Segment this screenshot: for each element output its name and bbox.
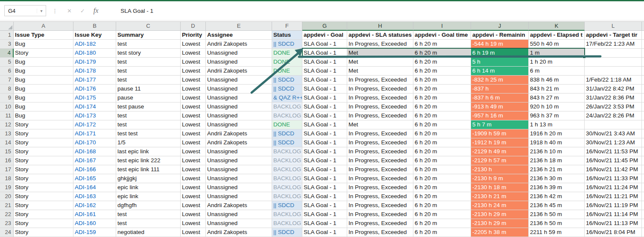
field-header-G[interactable]: appdevi - Goal: [302, 31, 347, 40]
cell-D22[interactable]: Lowest: [181, 210, 206, 219]
chevron-down-icon[interactable]: ▾: [37, 9, 46, 13]
cell-G18[interactable]: SLA Goal - 1: [302, 174, 347, 183]
row-header-23[interactable]: 23: [0, 219, 14, 228]
cell-K17[interactable]: 2136 h 21 m: [529, 165, 585, 174]
cell-I17[interactable]: 6 h 20 m: [413, 165, 471, 174]
cell-E4[interactable]: Unassigned: [206, 49, 272, 58]
cell-G4[interactable]: SLA Goal - 1: [302, 49, 347, 58]
cell-H15[interactable]: In Progress, Exceeded: [347, 147, 413, 156]
cell-G20[interactable]: SLA Goal - 1: [302, 192, 347, 201]
cell-L24[interactable]: 16/Nov/21 8:04 PM: [585, 228, 642, 237]
cell-G13[interactable]: SLA Goal - 1: [302, 129, 347, 138]
cell-G8[interactable]: SLA Goal - 1: [302, 85, 347, 94]
cell-A22[interactable]: Story: [14, 210, 73, 219]
cell-K24[interactable]: 2211 h 59 m: [529, 228, 585, 237]
cell-G15[interactable]: SLA Goal - 1: [302, 147, 347, 156]
cell-H16[interactable]: In Progress, Exceeded: [347, 156, 413, 165]
cell-K14[interactable]: 1918 h 40 m: [529, 138, 585, 147]
cell-J4[interactable]: 6 h 19 m: [471, 49, 529, 58]
cell-H10[interactable]: In Progress, Exceeded: [347, 102, 413, 111]
cell-A17[interactable]: Story: [14, 165, 73, 174]
cell-A6[interactable]: Bug: [14, 67, 73, 76]
cell-D13[interactable]: Lowest: [181, 129, 206, 138]
cell-A13[interactable]: Story: [14, 129, 73, 138]
cell-I14[interactable]: 6 h 20 m: [413, 138, 471, 147]
cell-A16[interactable]: Story: [14, 156, 73, 165]
cell-F19[interactable]: BACKLOG: [272, 183, 302, 192]
cell-D7[interactable]: Lowest: [181, 76, 206, 85]
cell-F8[interactable]: || SDCD: [272, 85, 302, 94]
cell-H3[interactable]: In Progress, Exceeded: [347, 40, 413, 49]
cell-I22[interactable]: 6 h 20 m: [413, 210, 471, 219]
row-header-12[interactable]: 12: [0, 120, 14, 129]
column-header-J[interactable]: J: [471, 22, 529, 31]
row-header-15[interactable]: 15: [0, 147, 14, 156]
cell-D4[interactable]: Lowest: [181, 49, 206, 58]
cell-D6[interactable]: Lowest: [181, 67, 206, 76]
cell-H19[interactable]: In Progress, Exceeded: [347, 183, 413, 192]
cell-H21[interactable]: In Progress, Exceeded: [347, 201, 413, 210]
field-header-I[interactable]: appdevi - Goal time: [413, 31, 471, 40]
cell-H9[interactable]: In Progress, Exceeded: [347, 94, 413, 102]
cell-J14[interactable]: -1912 h 19 m: [471, 138, 529, 147]
cell-C23[interactable]: test: [116, 219, 181, 228]
cell-H7[interactable]: In Progress, Exceeded: [347, 76, 413, 85]
cell-D8[interactable]: Lowest: [181, 85, 206, 94]
cell-F9[interactable]: & QAZ R++: [272, 94, 302, 102]
cell-J22[interactable]: -2130 h 29 m: [471, 210, 529, 219]
cell-C4[interactable]: test story: [116, 49, 181, 58]
field-header-B[interactable]: Issue Key: [73, 31, 116, 40]
cell-J3[interactable]: -544 h 19 m: [471, 40, 529, 49]
field-header-D[interactable]: Priority: [181, 31, 206, 40]
row-header-16[interactable]: 16: [0, 156, 14, 165]
cell-F23[interactable]: BACKLOG: [272, 219, 302, 228]
field-header-F[interactable]: Status: [272, 31, 302, 40]
cell-E15[interactable]: Unassigned: [206, 147, 272, 156]
cell-C18[interactable]: ghkjjgkj: [116, 174, 181, 183]
cell-I18[interactable]: 6 h 20 m: [413, 174, 471, 183]
cell-B23[interactable]: ADI-160: [73, 219, 116, 228]
cell-D3[interactable]: Lowest: [181, 40, 206, 49]
cell-G6[interactable]: SLA Goal - 1: [302, 67, 347, 76]
cell-B19[interactable]: ADI-164: [73, 183, 116, 192]
cell-C9[interactable]: pause: [116, 94, 181, 102]
cell-I8[interactable]: 6 h 20 m: [413, 85, 471, 94]
cell-E9[interactable]: Unassigned: [206, 94, 272, 102]
cell-G19[interactable]: SLA Goal - 1: [302, 183, 347, 192]
cell-L14[interactable]: 30/Nov/21 1:23 AM: [585, 138, 642, 147]
row-header-19[interactable]: 19: [0, 183, 14, 192]
cell-J23[interactable]: -2130 h 29 m: [471, 219, 529, 228]
cell-E13[interactable]: Andrii Zakopets: [206, 129, 272, 138]
cell-D19[interactable]: Lowest: [181, 183, 206, 192]
cell-J9[interactable]: -837 h 6 m: [471, 94, 529, 102]
cell-A7[interactable]: Bug: [14, 76, 73, 85]
cell-G21[interactable]: SLA Goal - 1: [302, 201, 347, 210]
cell-B14[interactable]: ADI-170: [73, 138, 116, 147]
row-header-18[interactable]: 18: [0, 174, 14, 183]
cell-L16[interactable]: 16/Nov/21 11:45 PM: [585, 156, 642, 165]
cell-I11[interactable]: 6 h 20 m: [413, 111, 471, 120]
cell-B15[interactable]: ADI-168: [73, 147, 116, 156]
cell-H23[interactable]: In Progress, Exceeded: [347, 219, 413, 228]
cell-F7[interactable]: || SDCD: [272, 76, 302, 85]
row-header-5[interactable]: 5: [0, 58, 14, 67]
cell-D10[interactable]: Lowest: [181, 102, 206, 111]
cell-B16[interactable]: ADI-167: [73, 156, 116, 165]
cell-K22[interactable]: 2136 h 50 m: [529, 210, 585, 219]
column-header-A[interactable]: A: [14, 22, 73, 31]
cell-I24[interactable]: 6 h 20 m: [413, 228, 471, 237]
cell-F16[interactable]: BACKLOG: [272, 156, 302, 165]
cell-J16[interactable]: -2129 h 57 m: [471, 156, 529, 165]
cell-D15[interactable]: Lowest: [181, 147, 206, 156]
cell-A19[interactable]: Story: [14, 183, 73, 192]
cell-F3[interactable]: || SDCD: [272, 40, 302, 49]
cell-F10[interactable]: BACKLOG: [272, 102, 302, 111]
row-header-14[interactable]: 14: [0, 138, 14, 147]
cell-B10[interactable]: ADI-174: [73, 102, 116, 111]
cell-I7[interactable]: 6 h 20 m: [413, 76, 471, 85]
cell-C17[interactable]: test epic link 111: [116, 165, 181, 174]
cell-H4[interactable]: Met: [347, 49, 413, 58]
field-header-J[interactable]: appdevi - Remainin: [471, 31, 529, 40]
cell-G22[interactable]: SLA Goal - 1: [302, 210, 347, 219]
cell-K9[interactable]: 843 h 27 m: [529, 94, 585, 102]
